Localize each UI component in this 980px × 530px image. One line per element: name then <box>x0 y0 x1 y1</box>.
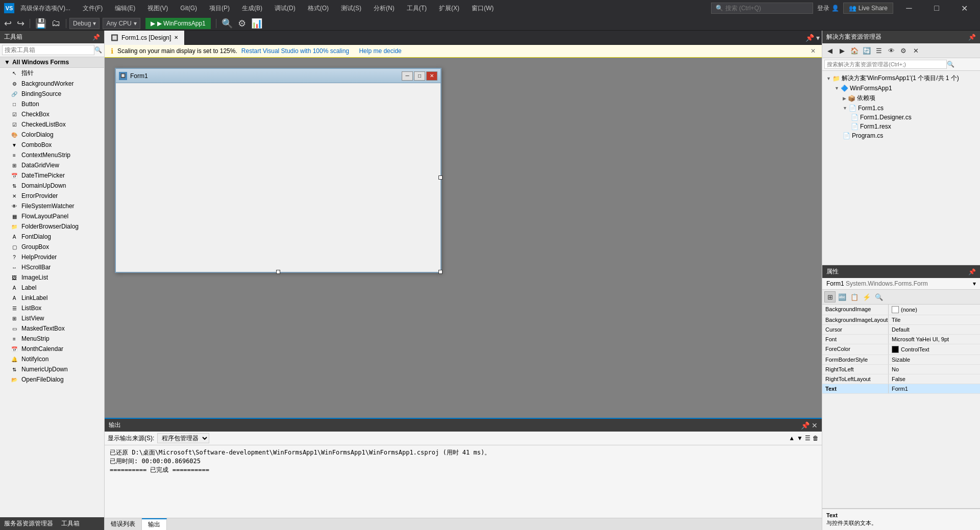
platform-dropdown[interactable]: Any CPU ▾ <box>103 18 140 29</box>
se-toolbar-preview[interactable]: 👁 <box>886 45 897 56</box>
menu-window[interactable]: 扩展(X) <box>437 3 461 14</box>
menu-analyze[interactable]: 测试(S) <box>339 3 363 14</box>
notification-link-restart[interactable]: Restart Visual Studio with 100% scaling <box>241 47 349 55</box>
se-tree-item-form1-designer-cs[interactable]: 📄Form1.Designer.cs <box>822 113 980 122</box>
restore-button[interactable]: □ <box>925 0 948 16</box>
menu-edit[interactable]: 文件(F) <box>81 3 105 14</box>
props-search[interactable]: 🔍 <box>873 291 885 302</box>
se-tree-item-winformsapp1[interactable]: ▼🔷WinFormsApp1 <box>822 84 980 93</box>
toolbox-item-checkbox[interactable]: ☑CheckBox <box>0 109 104 119</box>
toolbox-item-openfiledialog[interactable]: 📂OpenFileDialog <box>0 374 104 385</box>
tab-form1-design[interactable]: 🔲 Form1.cs [Design] ✕ <box>105 31 185 45</box>
toolbox-tab-toolbox[interactable]: 工具箱 <box>61 519 80 528</box>
menu-build[interactable]: 项目(P) <box>207 3 232 14</box>
toolbox-item-datetimepicker[interactable]: 📅DateTimePicker <box>0 170 104 181</box>
prop-value-cell[interactable]: Sizable <box>889 355 980 364</box>
run-button-group[interactable]: ▶ ▶ WinFormsApp1 <box>145 18 211 29</box>
toolbox-item-flowlayoutpanel[interactable]: ▦FlowLayoutPanel <box>0 211 104 221</box>
form-close-button[interactable]: ✕ <box>426 71 437 81</box>
resize-handle-right[interactable] <box>438 175 443 180</box>
se-toolbar-refresh[interactable]: 🔄 <box>861 45 872 56</box>
prop-value-cell[interactable]: ControlText <box>889 344 980 355</box>
toolbox-item-listbox[interactable]: ☰ListBox <box>0 303 104 313</box>
props-show-events[interactable]: ⚡ <box>861 291 872 302</box>
bottom-tab-output[interactable]: 输出 <box>142 518 167 530</box>
save-all-button[interactable]: 🗂 <box>50 17 63 30</box>
toolbox-item-backgroundworker[interactable]: ⚙BackgroundWorker <box>0 79 104 89</box>
menu-project[interactable]: Git(G) <box>178 4 199 13</box>
se-toolbar-filter[interactable]: ☰ <box>873 45 885 56</box>
run-button[interactable]: ▶ ▶ WinFormsApp1 <box>145 18 211 29</box>
close-button[interactable]: ✕ <box>952 0 976 16</box>
se-tree-item-form1-resx[interactable]: 📄Form1.resx <box>822 122 980 131</box>
se-toolbar-settings[interactable]: ⚙ <box>898 45 909 56</box>
se-toolbar-close[interactable]: ✕ <box>910 45 921 56</box>
resize-handle-bottom[interactable] <box>276 270 280 274</box>
toolbox-pin-icon[interactable]: 📌 <box>92 34 100 41</box>
form-body[interactable] <box>116 83 440 272</box>
toolbox-tab-server-explorer[interactable]: 服务器资源管理器 <box>4 519 53 528</box>
save-button[interactable]: 💾 <box>33 17 48 30</box>
toolbox-item-datagridview[interactable]: ⊞DataGridView <box>0 160 104 170</box>
se-search-input[interactable] <box>824 60 947 69</box>
toolbox-item-bindingsource[interactable]: 🔗BindingSource <box>0 89 104 99</box>
live-share-btn[interactable]: 👥 Live Share <box>843 3 893 14</box>
se-pin-icon[interactable]: 📌 <box>968 34 976 41</box>
toolbox-item-imagelist[interactable]: 🖼ImageList <box>0 272 104 283</box>
props-pin-icon[interactable]: 📌 <box>968 268 976 275</box>
output-toolbar-btn1[interactable]: ▲ <box>789 435 795 442</box>
prop-value-cell[interactable]: False <box>889 374 980 384</box>
menu-debug[interactable]: 生成(B) <box>240 3 264 14</box>
toolbox-item-colordialog[interactable]: 🎨ColorDialog <box>0 130 104 140</box>
undo-button[interactable]: ↩ <box>2 17 14 30</box>
toolbox-category-all-windows-forms[interactable]: ▼ All Windows Forms <box>0 57 104 68</box>
global-search-box[interactable]: 🔍 <box>711 3 813 14</box>
se-toolbar-back[interactable]: ◀ <box>824 45 836 56</box>
redo-button[interactable]: ↪ <box>15 17 27 30</box>
se-tree-item----[interactable]: ▶📦依赖项 <box>822 93 980 104</box>
prop-value-cell[interactable]: Microsoft YaHei UI, 9pt <box>889 335 980 344</box>
toolbox-item-folderbrowserdialog[interactable]: 📁FolderBrowserDialog <box>0 221 104 232</box>
toolbox-item-combobox[interactable]: ▼ComboBox <box>0 140 104 150</box>
se-tree-item------winformsapp1--1-------1---[interactable]: ▼📁解决方案'WinFormsApp1'(1 个项目/共 1 个) <box>822 73 980 84</box>
toolbar-btn-misc1[interactable]: 🔍 <box>219 17 235 30</box>
resize-handle-corner[interactable] <box>438 270 443 274</box>
notification-link-help[interactable]: Help me decide <box>359 47 401 55</box>
toolbox-search-bar[interactable]: 🔍 <box>0 43 104 57</box>
toolbox-search-input[interactable] <box>2 45 94 55</box>
toolbar-btn-misc3[interactable]: 📊 <box>249 17 264 30</box>
menu-extensions[interactable]: 工具(T) <box>405 3 429 14</box>
toolbar-btn-misc2[interactable]: ⚙ <box>236 17 248 30</box>
toolbox-item-numericupdown[interactable]: ⇅NumericUpDown <box>0 364 104 374</box>
minimize-button[interactable]: ─ <box>897 0 921 16</box>
props-dropdown-icon[interactable]: ▾ <box>973 280 976 287</box>
tab-dropdown-icon[interactable]: ▾ <box>816 34 820 42</box>
menu-file[interactable]: 高级保存选项(V)... <box>18 3 72 14</box>
global-search-input[interactable] <box>725 5 807 12</box>
menu-format[interactable]: 调试(D) <box>273 3 298 14</box>
form-minimize-button[interactable]: ─ <box>402 71 413 81</box>
se-search-bar[interactable]: 🔍 <box>822 58 980 71</box>
toolbox-item-monthcalendar[interactable]: 📅MonthCalendar <box>0 344 104 354</box>
toolbox-item-menustrip[interactable]: ≡MenuStrip <box>0 334 104 344</box>
toolbox-item-notifyicon[interactable]: 🔔NotifyIcon <box>0 354 104 364</box>
toolbox-item-errorprovider[interactable]: ✕ErrorProvider <box>0 191 104 201</box>
menu-help[interactable]: 窗口(W) <box>470 3 496 14</box>
output-pin-icon[interactable]: 📌 <box>801 421 810 430</box>
toolbox-item-maskedtextbox[interactable]: ▭MaskedTextBox <box>0 323 104 334</box>
form-restore-button[interactable]: □ <box>414 71 425 81</box>
toolbox-item-指针[interactable]: ↖指针 <box>0 68 104 79</box>
config-dropdown[interactable]: Debug ▾ <box>69 18 100 29</box>
toolbox-item-checkedlistbox[interactable]: ☑CheckedListBox <box>0 119 104 130</box>
toolbox-item-domainupdown[interactable]: ⇅DomainUpDown <box>0 181 104 191</box>
output-toolbar-btn4[interactable]: 🗑 <box>813 435 819 442</box>
menu-git[interactable]: 视图(V) <box>145 3 170 14</box>
toolbox-item-linklabel[interactable]: ALinkLabel <box>0 293 104 303</box>
toolbox-item-fontdialog[interactable]: AFontDialog <box>0 232 104 242</box>
bottom-tab-errors[interactable]: 错误列表 <box>105 518 142 530</box>
prop-value-cell[interactable]: Default <box>889 325 980 334</box>
toolbox-item-button[interactable]: □Button <box>0 99 104 109</box>
tab-close-icon[interactable]: ✕ <box>174 35 178 40</box>
output-toolbar-btn2[interactable]: ▼ <box>797 435 803 442</box>
toolbox-item-groupbox[interactable]: ▢GroupBox <box>0 242 104 252</box>
